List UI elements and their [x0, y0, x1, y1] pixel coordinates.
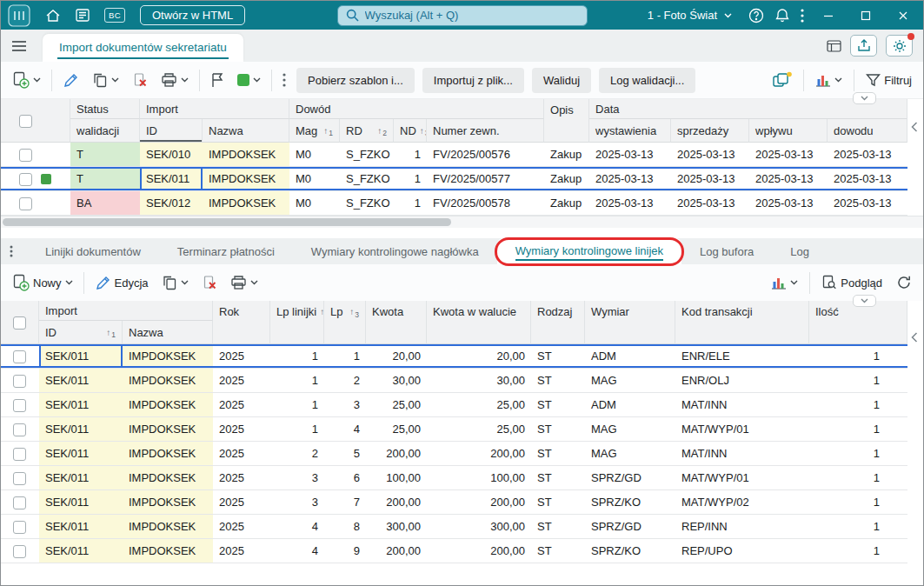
cell-kwota[interactable]: 200,00 [366, 539, 427, 563]
tab-log-bufora[interactable]: Log bufora [681, 238, 772, 264]
row-checkbox[interactable] [13, 545, 26, 558]
cell-kod-transakcji[interactable]: ENR/ELE [675, 344, 809, 369]
cell-kwota[interactable]: 200,00 [366, 490, 427, 515]
row-select-cell[interactable] [1, 167, 70, 191]
band-import[interactable]: Import [140, 99, 289, 119]
cell-lp[interactable]: 1 [324, 344, 366, 369]
cell-kwota-w-walucie[interactable]: 25,00 [427, 417, 531, 442]
row-checkbox[interactable] [13, 399, 26, 412]
column-header-walidacji[interactable]: walidacji [70, 119, 140, 143]
notifications-bell-icon[interactable] [775, 8, 789, 23]
cell-lp-linijki[interactable]: 1 [270, 344, 324, 369]
cell-wymiar[interactable]: ADM [585, 393, 675, 417]
dimension-row[interactable]: SEK/011IMPDOKSEK202525200,00200,00STMAGM… [1, 442, 907, 466]
cell-nazwa[interactable]: IMPDOKSEK [123, 490, 213, 515]
cell-rd[interactable]: S_FZKO [340, 167, 394, 191]
column-header-id[interactable]: ID [140, 119, 203, 143]
cell-data-dowodu[interactable]: 2025-03-13 [828, 191, 907, 216]
row-checkbox[interactable] [13, 375, 26, 388]
cell-id[interactable]: SEK/011 [39, 369, 123, 393]
horizontal-scrollbar[interactable] [1, 216, 923, 228]
copy-row-button[interactable] [159, 273, 191, 292]
cell-nazwa[interactable]: IMPDOKSEK [123, 344, 213, 369]
waliduj-button[interactable]: Waliduj [532, 68, 591, 93]
column-header-kwota-w-walucie[interactable]: Kwota w walucie [427, 301, 531, 344]
cell-kwota-w-walucie[interactable]: 30,00 [427, 369, 531, 393]
cell-data-wplywu[interactable]: 2025-03-13 [749, 143, 828, 167]
dimension-row[interactable]: SEK/011IMPDOKSEK20251425,0025,00STMAGMAT… [1, 417, 907, 442]
cell-id[interactable]: SEK/011 [140, 167, 203, 191]
column-header-wymiar[interactable]: Wymiar [585, 301, 675, 344]
row-checkbox[interactable] [19, 173, 32, 186]
cell-data-wystawienia[interactable]: 2025-03-13 [589, 143, 671, 167]
cell-nd[interactable]: 1 [394, 167, 427, 191]
cell-kwota[interactable]: 25,00 [366, 393, 427, 417]
cell-rok[interactable]: 2025 [213, 369, 270, 393]
cell-wymiar[interactable]: MAG [585, 369, 675, 393]
row-checkbox[interactable] [13, 448, 26, 461]
cell-kwota[interactable]: 200,00 [366, 442, 427, 466]
expand-toolbar-button[interactable] [853, 92, 876, 104]
search-input[interactable] [365, 9, 579, 22]
cell-nazwa[interactable]: IMPDOKSEK [123, 417, 213, 442]
tab-log[interactable]: Log [772, 238, 828, 264]
row-select-cell[interactable] [1, 393, 39, 417]
column-header-sprzedazy[interactable]: sprzedaży [671, 119, 749, 143]
row-checkbox[interactable] [13, 496, 26, 509]
help-icon[interactable] [748, 8, 764, 23]
cell-rodzaj[interactable]: ST [531, 490, 585, 515]
cell-ilosc[interactable]: 1 [809, 466, 907, 490]
cell-rok[interactable]: 2025 [213, 490, 270, 515]
cell-rok[interactable]: 2025 [213, 515, 270, 539]
maximize-button[interactable] [853, 4, 879, 27]
cell-wymiar[interactable]: SPRZ/GD [585, 515, 675, 539]
column-header-kwota[interactable]: Kwota [366, 301, 427, 344]
cell-lp-linijki[interactable]: 3 [270, 466, 324, 490]
grid-layout-icon[interactable] [827, 40, 841, 52]
cell-wymiar[interactable]: ADM [585, 344, 675, 369]
row-checkbox[interactable] [13, 350, 26, 363]
cell-ilosc[interactable]: 1 [809, 393, 907, 417]
cell-rok[interactable]: 2025 [213, 417, 270, 442]
band-import[interactable]: Import [39, 301, 213, 321]
cell-nazwa[interactable]: IMPDOKSEK [123, 442, 213, 466]
edit-row-button[interactable]: Edycja [92, 273, 151, 293]
cell-nd[interactable]: 1 [394, 143, 427, 167]
cell-data-dowodu[interactable]: 2025-03-13 [828, 143, 907, 167]
cell-kwota[interactable]: 30,00 [366, 369, 427, 393]
chart-button[interactable] [813, 71, 845, 89]
cell-wymiar[interactable]: SPRZ/KO [585, 539, 675, 563]
home-icon[interactable] [45, 9, 61, 23]
cell-kod-transakcji[interactable]: MAT/INN [675, 393, 809, 417]
cell-lp[interactable]: 5 [324, 442, 366, 466]
dimension-row[interactable]: SEK/011IMPDOKSEK202548300,00300,00STSPRZ… [1, 515, 907, 539]
refresh-button[interactable] [894, 273, 914, 292]
cell-data-sprzedazy[interactable]: 2025-03-13 [671, 167, 749, 191]
cell-opis[interactable]: Zakup [544, 167, 589, 191]
cell-wymiar[interactable]: SPRZ/KO [585, 490, 675, 515]
open-in-html-button[interactable]: Otwórz w HTML [140, 5, 245, 25]
select-all-checkbox[interactable] [19, 115, 32, 128]
new-row-button[interactable]: Nowy [10, 272, 76, 293]
dimension-row[interactable]: SEK/011IMPDOKSEK20251325,0025,00STADMMAT… [1, 393, 907, 417]
row-select-cell[interactable] [1, 369, 39, 393]
cell-nazwa[interactable]: IMPDOKSEK [203, 167, 289, 191]
status-color-button[interactable] [235, 72, 263, 88]
row-select-cell[interactable] [1, 490, 39, 515]
cell-mag[interactable]: M0 [289, 191, 340, 216]
cell-rodzaj[interactable]: ST [531, 515, 585, 539]
pobierz-szablon-button[interactable]: Pobierz szablon i... [296, 68, 415, 93]
global-search[interactable] [337, 5, 588, 26]
row-select-cell[interactable] [1, 191, 70, 216]
row-checkbox[interactable] [19, 197, 32, 210]
cell-nazwa[interactable]: IMPDOKSEK [203, 143, 289, 167]
cell-id[interactable]: SEK/011 [39, 490, 123, 515]
cell-nazwa[interactable]: IMPDOKSEK [123, 515, 213, 539]
cell-data-dowodu[interactable]: 2025-03-13 [828, 167, 907, 191]
column-header-nazwa[interactable]: Nazwa [123, 321, 213, 344]
export-button[interactable] [850, 35, 877, 57]
collapse-panel-icon[interactable] [911, 122, 918, 132]
layout-views-button[interactable] [769, 70, 794, 90]
column-header-numer-zewn[interactable]: Numer zewn. [427, 119, 544, 143]
band-dowod[interactable]: Dowód [289, 99, 544, 119]
